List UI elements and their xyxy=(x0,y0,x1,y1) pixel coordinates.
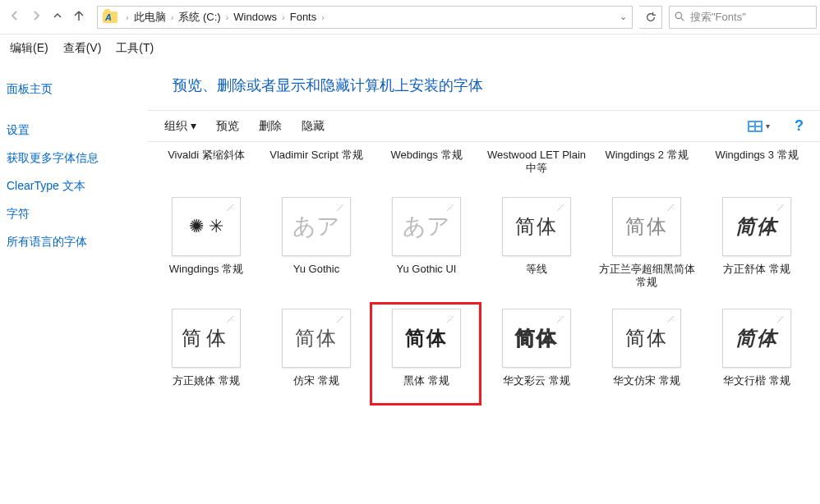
font-item[interactable]: Webdings 常规 xyxy=(373,109,480,178)
address-bar[interactable]: A › 此电脑 › 系统 (C:) › Windows › Fonts › ⌄ xyxy=(97,6,633,29)
sidebar: 面板主页 设置 获取更多字体信息 ClearType 文本 字符 所有语言的字体 xyxy=(0,61,148,502)
font-item[interactable]: 简体 华文彩云 常规 xyxy=(483,305,590,404)
font-item[interactable]: Westwood LET Plain 中等 xyxy=(483,109,590,179)
font-thumb: あア xyxy=(282,197,351,256)
font-thumb: 简体 xyxy=(502,309,571,368)
font-item[interactable]: 简体 方正兰亭超细黑简体 常规 xyxy=(593,194,700,293)
nav-recent-icon[interactable] xyxy=(51,9,64,25)
font-thumb: 简体 xyxy=(722,197,791,256)
font-thumb: あア xyxy=(392,197,461,256)
font-thumb: 简体 xyxy=(502,197,571,256)
menu-view[interactable]: 查看(V) xyxy=(63,41,102,56)
menubar: 编辑(E) 查看(V) 工具(T) xyxy=(0,34,820,61)
font-item[interactable]: 简体 华文仿宋 常规 xyxy=(593,305,700,404)
search-input[interactable]: 搜索"Fonts" xyxy=(669,6,817,29)
font-thumb: 简体 xyxy=(722,309,791,368)
sidebar-all-lang[interactable]: 所有语言的字体 xyxy=(3,228,148,256)
font-thumb: 简体 xyxy=(172,309,241,368)
breadcrumb-c[interactable]: 系统 (C:) xyxy=(178,10,220,25)
address-dropdown-icon[interactable]: ⌄ xyxy=(620,11,627,22)
nav-up-icon[interactable] xyxy=(72,9,85,25)
menu-tools[interactable]: 工具(T) xyxy=(116,41,154,56)
font-item-selected[interactable]: 简体 黑体 常规 xyxy=(373,305,480,404)
sidebar-more-fonts[interactable]: 获取更多字体信息 xyxy=(3,144,148,172)
font-item[interactable]: Wingdings 2 常规 xyxy=(593,109,700,178)
font-grid: ✺ ✳ Wingdings 常规 あア Yu Gothic あア Yu Goth… xyxy=(148,189,820,415)
font-item[interactable]: あア Yu Gothic xyxy=(263,194,370,292)
font-grid: Vivaldi 紧缩斜体 Vladimir Script 常规 Webdings… xyxy=(148,104,820,189)
search-placeholder: 搜索"Fonts" xyxy=(690,10,746,25)
breadcrumb-fonts[interactable]: Fonts xyxy=(290,11,317,23)
refresh-button[interactable] xyxy=(639,6,662,29)
font-item[interactable]: 简体 仿宋 常规 xyxy=(263,305,370,404)
sidebar-settings[interactable]: 设置 xyxy=(3,117,148,144)
svg-point-0 xyxy=(675,12,681,18)
search-icon xyxy=(675,11,685,22)
font-item[interactable]: 简体 等线 xyxy=(483,194,590,292)
breadcrumb-pc[interactable]: 此电脑 xyxy=(134,10,166,25)
font-item[interactable]: 简体 方正舒体 常规 xyxy=(703,194,810,292)
font-item[interactable]: Wingdings 3 常规 xyxy=(703,109,810,178)
font-item[interactable]: 简体 华文行楷 常规 xyxy=(703,305,810,404)
font-item[interactable]: 简体 方正姚体 常规 xyxy=(153,305,260,404)
font-item[interactable]: Vladimir Script 常规 xyxy=(263,109,370,178)
font-item[interactable]: Vivaldi 紧缩斜体 xyxy=(153,109,260,178)
fonts-folder-icon: A xyxy=(103,11,117,23)
breadcrumb-windows[interactable]: Windows xyxy=(233,11,277,23)
nav-forward-icon[interactable] xyxy=(30,9,43,25)
font-thumb: 简体 xyxy=(612,309,681,368)
font-thumb: 简体 xyxy=(612,197,681,256)
font-thumb: ✺ ✳ xyxy=(172,197,241,256)
font-thumb: 简体 xyxy=(392,309,461,368)
sidebar-cleartype[interactable]: ClearType 文本 xyxy=(3,172,148,200)
font-thumb: 简体 xyxy=(282,309,351,368)
nav-back-icon[interactable] xyxy=(8,9,21,25)
font-item[interactable]: あア Yu Gothic UI xyxy=(373,194,480,292)
sidebar-chars[interactable]: 字符 xyxy=(3,200,148,228)
font-item[interactable]: ✺ ✳ Wingdings 常规 xyxy=(153,194,260,292)
menu-edit[interactable]: 编辑(E) xyxy=(10,41,48,56)
sidebar-home[interactable]: 面板主页 xyxy=(3,76,148,103)
